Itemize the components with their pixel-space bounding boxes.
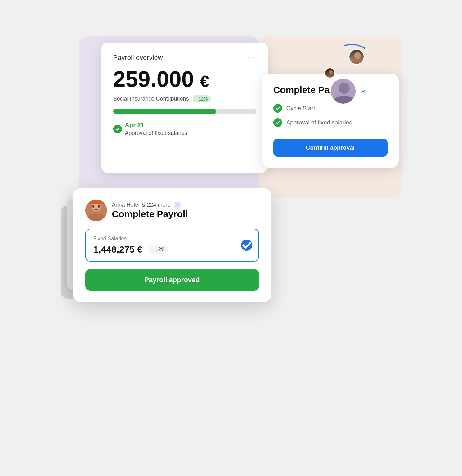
svg-point-8 [98, 205, 100, 208]
avatar-medium [348, 49, 365, 65]
user-name: Anna Hofer & 224 more [112, 202, 171, 208]
approval-info: Apr 21 Approval of fixed salaries [125, 122, 187, 137]
approval-date: Apr 21 [125, 122, 187, 129]
social-insurance-label: Social Insurance Contributions [113, 96, 189, 102]
progress-bar-container [113, 109, 256, 114]
increase-badge: ↑ 12% [149, 245, 168, 254]
cycle-start-label: Cycle Start [286, 105, 315, 112]
avatar-cluster [324, 43, 365, 105]
svg-rect-9 [88, 200, 105, 204]
fixed-salaries-approval-label: Approval of fixed salaries [286, 119, 352, 126]
anna-avatar [85, 200, 107, 221]
person-silhouette-small [325, 68, 334, 78]
checklist-item-1: Cycle Start [273, 104, 388, 113]
avatar-main [330, 78, 357, 105]
dots-menu-icon[interactable]: ··· [247, 54, 256, 62]
progress-bar-fill [113, 109, 216, 114]
complete-payroll-left-card: Anna Hofer & 224 more 1 Complete Payroll… [73, 188, 271, 302]
cycle-start-check-icon [273, 104, 282, 113]
approval-row: Apr 21 Approval of fixed salaries [113, 122, 256, 137]
user-header: Anna Hofer & 224 more 1 Complete Payroll [85, 200, 259, 221]
svg-point-7 [92, 205, 94, 208]
amount-value: 259.000 [113, 67, 194, 92]
amount-currency: € [200, 72, 209, 90]
fixed-salaries-box: Fixed Salaries 1,448,275 € ↑ 12% [85, 229, 259, 262]
payroll-amount: 259.000 € [113, 68, 256, 90]
approval-check-icon [113, 125, 122, 133]
checklist-item-2: Approval of fixed salaries [273, 118, 388, 127]
person-silhouette-medium [349, 50, 364, 64]
payroll-approved-button[interactable]: Payroll approved [85, 269, 259, 291]
confirm-approval-button[interactable]: Confirm approval [273, 139, 388, 157]
approval-label: Approval of fixed salaries [125, 130, 187, 137]
card-header: Payroll overview ··· [113, 54, 256, 62]
fixed-salaries-amount: 1,448,275 € [93, 244, 142, 255]
avatar-small [324, 67, 335, 79]
social-insurance-badge: +12% [193, 95, 211, 102]
payroll-overview-title: Payroll overview [113, 54, 163, 62]
fixed-salaries-check-icon [273, 118, 282, 127]
notification-badge: 1 [174, 202, 181, 208]
user-name-row: Anna Hofer & 224 more 1 [112, 202, 188, 208]
payroll-overview-card: Payroll overview ··· 259.000 € Social In… [101, 43, 268, 173]
person-silhouette-main [331, 79, 356, 104]
svg-point-0 [329, 70, 333, 74]
complete-payroll-left-title: Complete Payroll [112, 209, 188, 219]
fixed-salaries-box-label: Fixed Salaries [93, 236, 251, 242]
blue-check-icon [241, 240, 252, 251]
svg-point-1 [354, 52, 361, 59]
svg-point-3 [339, 83, 350, 94]
social-insurance-row: Social Insurance Contributions +12% [113, 95, 256, 102]
user-info: Anna Hofer & 224 more 1 Complete Payroll [112, 202, 188, 219]
fixed-salaries-row: 1,448,275 € ↑ 12% [93, 244, 251, 255]
